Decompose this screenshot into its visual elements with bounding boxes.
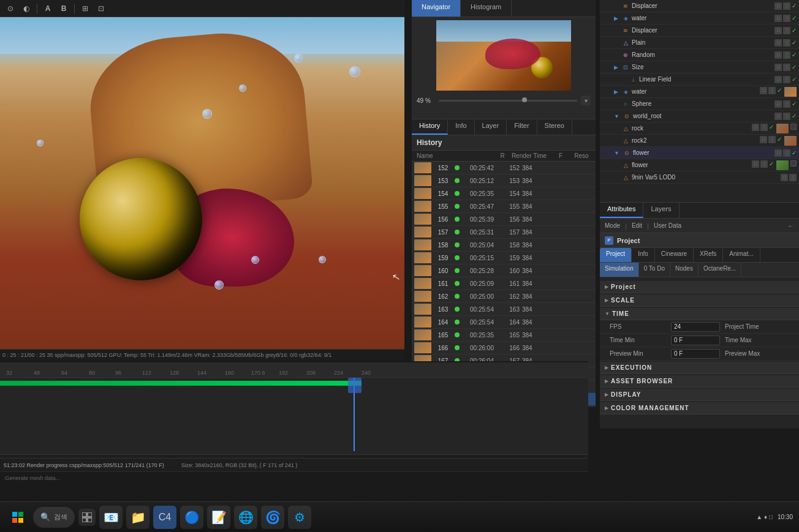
zoom-slider[interactable]: [439, 100, 577, 102]
scene-item-size[interactable]: ▶ ⊡ Size □ ⋮ ✓: [600, 61, 799, 73]
timeline[interactable]: 32 48 64 80 96 112 128 144 160 170 6 192…: [0, 361, 588, 471]
app4-btn[interactable]: 🔵: [180, 506, 203, 529]
scene-item-water1[interactable]: ▶ ◈ water □ ⋮ ✓: [600, 12, 799, 24]
userdata-label[interactable]: User Data: [654, 222, 681, 229]
tab-history[interactable]: History: [412, 119, 448, 135]
toolbar-btn-half[interactable]: ◐: [20, 2, 33, 15]
section-header-execution[interactable]: ▶ EXECUTION: [600, 362, 799, 374]
app6-btn[interactable]: 🌐: [234, 506, 257, 529]
scene-item-displacer2[interactable]: ≋ Displacer □ ⋮ ✓: [600, 24, 799, 37]
scene-item-water2[interactable]: ▶ ◈ water □ ⋮ ✓: [600, 86, 799, 98]
subtab-info[interactable]: Info: [632, 248, 655, 262]
edit-label[interactable]: Edit: [632, 222, 642, 229]
tab-info[interactable]: Info: [448, 119, 474, 135]
eye-btn[interactable]: □: [774, 149, 782, 157]
toolbar-btn-grid1[interactable]: ⊞: [78, 2, 92, 15]
tab-filter[interactable]: Filter: [507, 119, 537, 135]
subtab2-todo[interactable]: 0 To Do: [639, 263, 670, 277]
dot-btn[interactable]: ⋮: [789, 174, 797, 181]
tab-attributes[interactable]: Attributes: [600, 203, 643, 218]
app3-btn[interactable]: C4: [153, 506, 176, 529]
dot-btn[interactable]: ⋮: [783, 51, 790, 59]
scene-item-displacer1[interactable]: ≋ Displacer □ ⋮ ✓: [600, 0, 799, 12]
tab-navigator[interactable]: Navigator: [412, 0, 461, 17]
scene-item-rock2[interactable]: △ rock2 □ ⋮ ✓: [600, 135, 799, 147]
scene-item-rock[interactable]: △ rock □ ⋮ ✓: [600, 122, 799, 135]
subtab2-simulation[interactable]: Simulation: [600, 263, 639, 277]
mail-app-btn[interactable]: 📧: [99, 506, 123, 529]
section-header-display[interactable]: ▶ DISPLAY: [600, 389, 799, 401]
eye-btn[interactable]: □: [752, 124, 759, 131]
app7-btn[interactable]: 🌀: [261, 506, 284, 529]
dot-btn[interactable]: ⋮: [783, 149, 790, 157]
navigator-preview[interactable]: [436, 20, 571, 91]
history-row-158[interactable]: 15800:25:04158384: [412, 239, 596, 252]
scene-item-plain[interactable]: △ Plain □ ⋮ ✓: [600, 37, 799, 49]
dot-btn[interactable]: ⋮: [783, 113, 790, 120]
scene-item-9nin[interactable]: △ 9nin Var5 LOD0 □ ⋮: [600, 171, 799, 184]
main-viewport[interactable]: ↖: [0, 17, 404, 359]
history-row-152[interactable]: 15200:25:42152384: [412, 162, 596, 174]
section-header-project[interactable]: ▶ Project: [600, 281, 799, 293]
tab-histogram[interactable]: Histogram: [461, 0, 512, 17]
nav-options-btn[interactable]: ▾: [581, 96, 591, 105]
dot-btn[interactable]: ⋮: [760, 124, 768, 131]
history-row-162[interactable]: 16200:25:00162384: [412, 290, 596, 303]
scene-item-linearfield[interactable]: ⟂ Linear Field □ ⋮ ✓: [600, 73, 799, 86]
history-row-161[interactable]: 16100:25:09161384: [412, 277, 596, 290]
dot-btn[interactable]: ⋮: [760, 160, 768, 168]
history-row-164[interactable]: 16400:25:54164384: [412, 316, 596, 329]
dot-btn[interactable]: ⋮: [783, 76, 790, 83]
app8-btn[interactable]: ⚙: [288, 506, 311, 529]
scene-item-sphere[interactable]: ○ Sphere □ ⋮ ✓: [600, 98, 799, 110]
subtab2-octane[interactable]: OctaneRe...: [699, 263, 741, 277]
file-app-btn[interactable]: 📁: [126, 506, 150, 529]
eye-btn[interactable]: □: [774, 51, 782, 59]
eye-btn[interactable]: □: [752, 160, 759, 168]
eye-btn[interactable]: □: [760, 87, 767, 94]
tab-layers[interactable]: Layers: [643, 203, 679, 218]
subtab-project[interactable]: Project: [600, 248, 632, 262]
dot-btn[interactable]: ⋮: [768, 136, 776, 143]
history-row-163[interactable]: 16300:25:54163384: [412, 303, 596, 316]
scene-item-random[interactable]: ⊕ Random □ ⋮ ✓: [600, 49, 799, 61]
history-row-160[interactable]: 16000:25:28160384: [412, 264, 596, 277]
scene-item-flower-group[interactable]: ▼ ⊙ flower □ ⋮ ✓: [600, 147, 799, 159]
toolbar-btn-grid2[interactable]: ⊡: [94, 2, 108, 15]
history-row-155[interactable]: 15500:25:47155384: [412, 200, 596, 213]
taskbar-search[interactable]: 🔍 검색: [33, 507, 75, 528]
dot-btn[interactable]: ⋮: [783, 39, 790, 47]
history-row-166[interactable]: 16600:26:00166384: [412, 342, 596, 354]
section-header-color[interactable]: ▶ COLOR MANAGEMENT: [600, 402, 799, 414]
eye-btn[interactable]: □: [774, 100, 782, 108]
section-header-scale[interactable]: ▶ SCALE: [600, 294, 799, 307]
history-row-153[interactable]: 15300:25:12153384: [412, 174, 596, 187]
mode-label[interactable]: Mode: [605, 222, 620, 229]
tab-layer[interactable]: Layer: [475, 119, 507, 135]
eye-btn[interactable]: □: [760, 136, 767, 143]
scene-item-flower[interactable]: △ flower □ ⋮ ✓: [600, 159, 799, 171]
eye-btn[interactable]: □: [774, 39, 782, 47]
eye-btn[interactable]: □: [774, 27, 782, 34]
app5-btn[interactable]: 📝: [207, 506, 230, 529]
fps-value[interactable]: 24: [671, 322, 720, 332]
dot-btn[interactable]: ⋮: [783, 100, 790, 108]
history-row-165[interactable]: 16500:25:35165384: [412, 329, 596, 342]
preview-min-value[interactable]: 0 F: [671, 349, 720, 359]
timeline-tracks[interactable]: [0, 378, 588, 439]
dot-btn[interactable]: ⋮: [783, 2, 790, 10]
tab-stereo[interactable]: Stereo: [537, 119, 572, 135]
eye-btn[interactable]: □: [774, 64, 782, 71]
subtab-xrefs[interactable]: XRefs: [694, 248, 723, 262]
toolbar-btn-circle[interactable]: ⊙: [4, 2, 17, 15]
dot-btn[interactable]: ⋮: [783, 64, 790, 71]
history-row-154[interactable]: 15400:25:35154384: [412, 187, 596, 200]
subtab-cineware[interactable]: Cineware: [655, 248, 694, 262]
back-arrow-icon[interactable]: ←: [787, 222, 794, 230]
subtab-animat[interactable]: Animat...: [723, 248, 760, 262]
time-min-value[interactable]: 0 F: [671, 335, 720, 345]
eye-btn[interactable]: □: [774, 15, 782, 22]
dot-btn[interactable]: ⋮: [783, 27, 790, 34]
eye-btn[interactable]: □: [774, 2, 782, 10]
toolbar-btn-b[interactable]: B: [57, 2, 70, 15]
